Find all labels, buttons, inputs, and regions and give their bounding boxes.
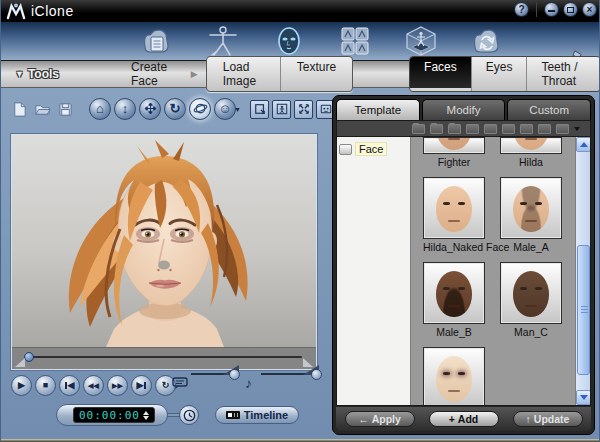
thumbnail-man-c[interactable]: Man_C bbox=[500, 262, 562, 338]
actor-preview-button[interactable] bbox=[272, 100, 291, 119]
thumbnail-fighter[interactable]: Fighter bbox=[423, 137, 485, 168]
timeline-button[interactable]: Timeline bbox=[215, 406, 299, 424]
fast-forward-button[interactable]: ▶▶ bbox=[107, 375, 128, 396]
expand-arrows-icon bbox=[298, 103, 310, 115]
rotate-camera-button[interactable]: ↻ bbox=[164, 98, 186, 120]
face-icon bbox=[272, 25, 306, 57]
tab-eyes[interactable]: Eyes bbox=[472, 57, 528, 91]
minimize-button[interactable] bbox=[544, 2, 559, 17]
thumbnail-image[interactable] bbox=[500, 262, 562, 324]
smiley-dropdown-caret-icon[interactable]: ▼ bbox=[234, 100, 241, 120]
tab-modify[interactable]: Modify bbox=[422, 99, 506, 120]
save-project-button[interactable] bbox=[55, 99, 75, 119]
go-to-end-button[interactable]: ▶ bbox=[131, 375, 152, 396]
time-mode-button[interactable] bbox=[179, 405, 199, 425]
paste-icon[interactable] bbox=[502, 124, 515, 134]
update-button[interactable]: ↑ Update bbox=[513, 411, 583, 427]
thumbnail-image[interactable] bbox=[423, 137, 485, 154]
view-mode-caret-icon[interactable] bbox=[574, 127, 580, 131]
thumbnail-image[interactable] bbox=[423, 177, 485, 239]
scroll-up-icon[interactable] bbox=[576, 137, 591, 152]
texture-button[interactable]: Texture bbox=[281, 57, 352, 91]
thumbnail-sorcerer-selected[interactable]: Sorcerer bbox=[423, 347, 485, 405]
panel-footer: ← Apply + Add ↑ Update bbox=[336, 407, 591, 431]
maximize-button[interactable] bbox=[563, 2, 578, 17]
scrubber-end-marker-icon bbox=[303, 358, 313, 367]
thumbnail-label: Hilda bbox=[500, 156, 562, 168]
stop-icon: ■ bbox=[43, 380, 48, 390]
voice-slider-knob[interactable] bbox=[229, 369, 240, 380]
preview-window-button[interactable] bbox=[250, 100, 269, 119]
template-panel: Template Modify Custom bbox=[332, 95, 595, 435]
time-spin-down-icon[interactable] bbox=[143, 416, 149, 420]
time-spinner[interactable] bbox=[143, 411, 149, 420]
facial-expression-button[interactable]: ☺ ▼ bbox=[214, 98, 236, 120]
add-button[interactable]: + Add bbox=[429, 411, 499, 427]
project-button[interactable] bbox=[139, 24, 175, 58]
cut-icon[interactable] bbox=[466, 124, 479, 134]
view-mode-icon[interactable] bbox=[556, 124, 569, 134]
scroll-down-icon[interactable] bbox=[576, 390, 591, 405]
delete-folder-icon[interactable] bbox=[430, 124, 443, 134]
stage-button[interactable] bbox=[403, 24, 439, 58]
new-folder-icon[interactable] bbox=[412, 124, 425, 134]
titlebar[interactable]: iClone ? × bbox=[1, 0, 600, 22]
time-lcd[interactable]: 00:00:00 bbox=[73, 407, 155, 423]
export-item-icon[interactable] bbox=[538, 124, 551, 134]
thumbnail-image[interactable] bbox=[500, 177, 562, 239]
create-face-label: Create Face ▶ bbox=[131, 60, 198, 88]
tree-node-icon[interactable] bbox=[339, 144, 352, 155]
thumbnail-male-b[interactable]: Male_B bbox=[423, 262, 485, 338]
thumbnail-male-a[interactable]: Male_A bbox=[500, 177, 562, 253]
fast-forward-icon: ▶▶ bbox=[112, 382, 123, 389]
thumbnail-image[interactable] bbox=[500, 137, 562, 154]
copy-icon[interactable] bbox=[484, 124, 497, 134]
scrubber-track[interactable] bbox=[28, 356, 302, 358]
tab-template[interactable]: Template bbox=[336, 99, 420, 120]
tab-teeth-throat[interactable]: Teeth / Throat bbox=[527, 57, 600, 91]
rewind-button[interactable]: ◀◀ bbox=[83, 375, 104, 396]
play-button[interactable]: ▶ bbox=[11, 375, 32, 396]
thumbnail-hilda[interactable]: Hilda bbox=[500, 137, 562, 168]
help-button[interactable]: ? bbox=[514, 2, 529, 17]
apply-button[interactable]: ← Apply bbox=[345, 411, 415, 427]
pan-camera-button[interactable] bbox=[139, 98, 161, 120]
close-button[interactable]: × bbox=[582, 2, 597, 17]
tab-faces[interactable]: Faces bbox=[410, 57, 472, 91]
orbit-camera-button-active[interactable] bbox=[189, 98, 211, 120]
import-icon[interactable] bbox=[520, 124, 533, 134]
thumbnail-hilda-naked-face[interactable]: Hilda_Naked Face bbox=[423, 177, 485, 253]
music-slider-knob[interactable] bbox=[311, 369, 322, 380]
tab-custom[interactable]: Custom bbox=[507, 99, 591, 120]
tools-menu-button[interactable]: ▼ Tools bbox=[15, 67, 59, 81]
thumbnail-grid: Fighter Hilda Hilda_Naked Face bbox=[411, 137, 575, 405]
scrubber-knob[interactable] bbox=[24, 352, 34, 362]
new-project-button[interactable] bbox=[9, 99, 29, 119]
panel-body: Face Fighter Hilda bbox=[336, 136, 591, 406]
thumbnail-image[interactable] bbox=[423, 262, 485, 324]
time-spin-up-icon[interactable] bbox=[143, 411, 149, 415]
load-image-button[interactable]: Load Image bbox=[207, 57, 281, 91]
open-project-button[interactable] bbox=[32, 99, 52, 119]
figure-in-frame-icon bbox=[276, 103, 288, 115]
export-button[interactable] bbox=[469, 24, 505, 58]
rename-folder-icon[interactable] bbox=[448, 124, 461, 134]
go-to-start-icon: ◀ bbox=[68, 380, 75, 390]
play-icon: ▶ bbox=[18, 380, 25, 390]
actor-button[interactable] bbox=[205, 24, 241, 58]
go-to-start-button[interactable]: ◀ bbox=[59, 375, 80, 396]
scrollbar-thumb[interactable] bbox=[577, 245, 590, 375]
stop-button[interactable]: ■ bbox=[35, 375, 56, 396]
frame-scrubber[interactable] bbox=[12, 347, 316, 369]
rewind-icon: ◀◀ bbox=[88, 382, 99, 389]
face-button-active[interactable] bbox=[271, 24, 307, 58]
thumbnail-image[interactable] bbox=[423, 347, 485, 405]
template-tree: Face bbox=[337, 137, 411, 405]
maximize-viewport-button[interactable] bbox=[294, 100, 313, 119]
zoom-camera-button[interactable]: ↕ bbox=[114, 98, 136, 120]
panel-scrollbar[interactable] bbox=[575, 137, 590, 405]
3d-viewport[interactable] bbox=[12, 135, 316, 347]
tree-item-face[interactable]: Face bbox=[339, 142, 410, 156]
home-view-button[interactable]: ⌂ bbox=[89, 98, 111, 120]
animation-button[interactable] bbox=[337, 24, 373, 58]
